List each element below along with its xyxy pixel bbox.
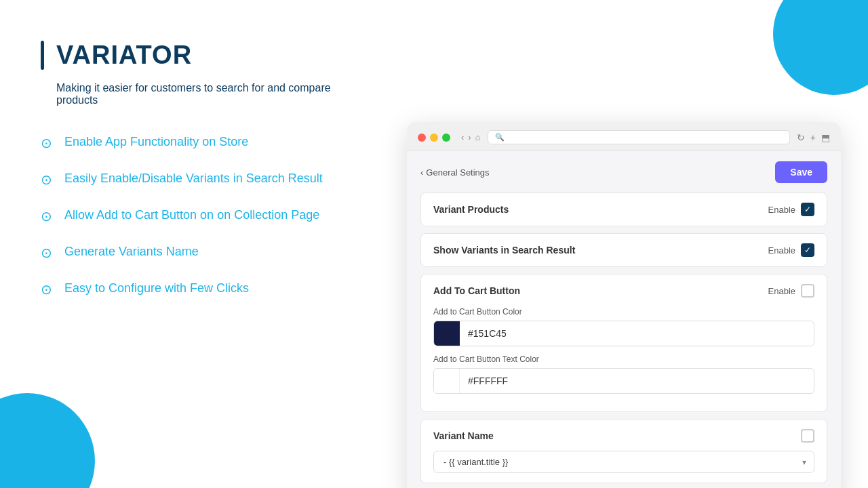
show-variants-enable-text: Enable <box>768 245 795 256</box>
chevron-left-icon: ‹ <box>420 167 423 178</box>
add-to-cart-enable-text: Enable <box>768 286 795 296</box>
text-color-label: Add to Cart Button Text Color <box>433 354 814 364</box>
brand-bar: VARIATOR <box>41 41 366 70</box>
browser-content: ‹ General Setings Save Variant Products … <box>407 150 841 488</box>
variant-products-enable: Enable ✓ <box>768 203 814 216</box>
button-color-row: Add to Cart Button Color <box>433 307 814 346</box>
deco-circle-top-right <box>773 0 868 95</box>
search-icon: 🔍 <box>495 133 505 142</box>
traffic-lights <box>418 134 450 142</box>
content-header: ‹ General Setings Save <box>420 161 827 183</box>
back-link[interactable]: ‹ General Setings <box>420 167 490 178</box>
variant-products-card: Variant Products Enable ✓ <box>420 192 827 226</box>
show-variants-row: Show Variants in Search Result Enable ✓ <box>421 234 827 266</box>
text-color-input[interactable] <box>460 375 814 386</box>
button-color-input-wrapper <box>433 321 814 346</box>
traffic-light-red[interactable] <box>418 134 426 142</box>
variant-name-header: Variant Name <box>433 429 814 443</box>
traffic-light-green[interactable] <box>442 134 450 142</box>
feature-text: Easily Enable/Disable Variants in Search… <box>64 170 323 187</box>
add-to-cart-header: Add To Cart Button Enable <box>433 284 814 298</box>
variant-products-enable-text: Enable <box>768 205 795 215</box>
back-arrow-icon[interactable]: ‹ <box>461 132 464 142</box>
list-item: ⊙ Enable App Functionality on Store <box>41 134 366 151</box>
button-color-input[interactable] <box>460 328 814 339</box>
save-button[interactable]: Save <box>775 161 827 183</box>
deco-circle-bottom-left <box>0 393 95 488</box>
variant-products-checkbox[interactable]: ✓ <box>801 203 814 216</box>
back-link-text: General Setings <box>426 167 489 178</box>
feature-text: Generate Variants Name <box>64 243 199 260</box>
add-tab-icon[interactable]: + <box>810 132 816 143</box>
brand-subtitle: Making it easier for customers to search… <box>41 82 366 106</box>
list-item: ⊙ Easy to Configure with Few Clicks <box>41 280 366 298</box>
browser-chrome: ‹ › ⌂ 🔍 ↻ + ⬒ <box>407 122 841 150</box>
brand-line-decoration <box>41 41 44 70</box>
add-to-cart-card: Add To Cart Button Enable Add to Cart Bu… <box>420 274 827 412</box>
feature-text: Enable App Functionality on Store <box>64 134 248 150</box>
button-color-label: Add to Cart Button Color <box>433 307 814 317</box>
brand-title: VARIATOR <box>56 41 192 70</box>
browser-search-bar[interactable]: 🔍 <box>488 130 790 144</box>
home-icon[interactable]: ⌂ <box>475 132 481 142</box>
features-list: ⊙ Enable App Functionality on Store ⊙ Ea… <box>41 134 366 298</box>
variant-select-wrapper[interactable]: - {{ variant.title }} {{ variant.title }… <box>433 451 814 473</box>
add-to-cart-checkbox[interactable] <box>801 284 814 298</box>
text-color-input-wrapper <box>433 368 814 394</box>
list-item: ⊙ Easily Enable/Disable Variants in Sear… <box>41 170 366 188</box>
variant-name-select[interactable]: - {{ variant.title }} {{ variant.title }… <box>433 451 814 473</box>
list-item: ⊙ Generate Variants Name <box>41 243 366 261</box>
variant-products-label: Variant Products <box>433 204 509 215</box>
browser-actions: ↻ + ⬒ <box>797 132 830 143</box>
feature-text: Easy to Configure with Few Clicks <box>64 280 249 297</box>
add-to-cart-title: Add To Cart Button <box>433 285 520 296</box>
variant-name-card: Variant Name - {{ variant.title }} {{ va… <box>420 419 827 483</box>
text-color-swatch[interactable] <box>434 368 460 394</box>
check-circle-icon: ⊙ <box>41 135 52 151</box>
list-item: ⊙ Allow Add to Cart Button on on Collect… <box>41 207 366 224</box>
check-circle-icon: ⊙ <box>41 281 52 298</box>
forward-arrow-icon[interactable]: › <box>468 132 471 142</box>
text-color-row: Add to Cart Button Text Color <box>433 354 814 394</box>
variant-name-title: Variant Name <box>433 430 494 441</box>
variant-name-checkbox[interactable] <box>801 429 814 443</box>
check-circle-icon: ⊙ <box>41 208 52 224</box>
traffic-light-yellow[interactable] <box>430 134 438 142</box>
show-variants-checkbox[interactable]: ✓ <box>801 243 814 257</box>
browser-nav: ‹ › ⌂ <box>461 132 481 142</box>
browser-window: ‹ › ⌂ 🔍 ↻ + ⬒ ‹ General Setings Save Var… <box>407 122 841 488</box>
add-to-cart-section: Add To Cart Button Enable Add to Cart Bu… <box>421 274 827 411</box>
variant-products-row: Variant Products Enable ✓ <box>421 193 827 226</box>
button-color-swatch[interactable] <box>434 321 460 346</box>
add-to-cart-enable: Enable <box>768 284 814 298</box>
show-variants-card: Show Variants in Search Result Enable ✓ <box>420 233 827 267</box>
feature-text: Allow Add to Cart Button on on Collectio… <box>64 207 319 224</box>
left-panel: VARIATOR Making it easier for customers … <box>41 41 366 317</box>
show-variants-label: Show Variants in Search Result <box>433 245 575 256</box>
check-circle-icon: ⊙ <box>41 245 52 261</box>
check-circle-icon: ⊙ <box>41 171 52 188</box>
reload-icon[interactable]: ↻ <box>797 132 805 143</box>
show-variants-enable: Enable ✓ <box>768 243 814 257</box>
share-icon[interactable]: ⬒ <box>821 132 830 143</box>
